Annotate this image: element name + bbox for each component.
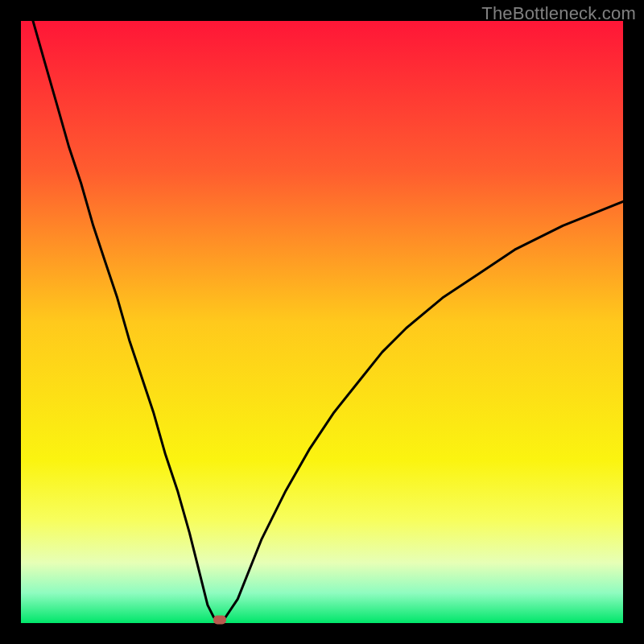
bottleneck-curve [21, 21, 623, 623]
watermark-text: TheBottleneck.com [481, 3, 636, 24]
chart-plot-area [21, 21, 623, 623]
optimal-point-marker [213, 616, 226, 625]
chart-frame: TheBottleneck.com [0, 0, 644, 644]
